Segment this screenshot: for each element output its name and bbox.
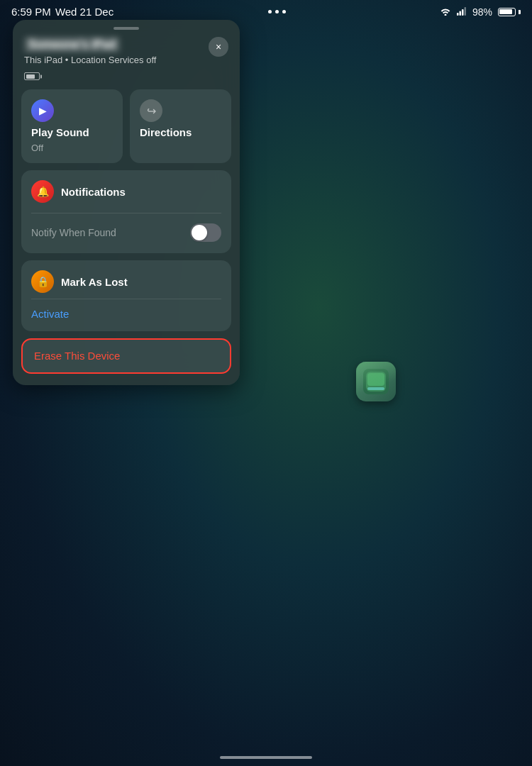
bell-icon: 🔔 <box>37 186 49 197</box>
play-sound-sublabel: Off <box>31 143 43 153</box>
mark-as-lost-header: 🔒 Mark As Lost <box>31 270 221 293</box>
battery-percent: 98% <box>472 6 492 18</box>
drag-handle <box>113 27 139 30</box>
directions-button[interactable]: ↪ Directions <box>130 89 231 163</box>
lost-divider <box>31 299 221 299</box>
mark-as-lost-label: Mark As Lost <box>61 276 128 288</box>
notifications-icon-circle: 🔔 <box>31 180 54 203</box>
dot-2 <box>275 10 279 13</box>
notify-when-found-toggle[interactable] <box>190 223 221 242</box>
status-bar: 6:59 PM Wed 21 Dec 98% <box>0 0 532 21</box>
erase-device-section: Erase This Device <box>21 338 231 374</box>
status-time-date: 6:59 PM Wed 21 Dec <box>11 6 113 18</box>
dot-3 <box>282 10 286 13</box>
svg-rect-1 <box>459 11 461 16</box>
time: 6:59 PM <box>11 6 51 18</box>
play-sound-icon-circle: ▶ <box>31 99 54 122</box>
play-icon: ▶ <box>39 105 47 116</box>
home-indicator <box>220 756 312 759</box>
device-battery-icon <box>24 72 40 80</box>
directions-label: Directions <box>140 126 192 138</box>
lock-icon-circle: 🔒 <box>31 270 54 293</box>
date: Wed 21 Dec <box>55 6 113 18</box>
erase-device-button[interactable]: Erase This Device <box>34 350 218 362</box>
notifications-divider <box>31 213 221 213</box>
status-indicators: 98% <box>440 6 521 18</box>
status-dots <box>268 10 286 13</box>
notifications-label: Notifications <box>61 186 126 198</box>
notify-when-found-label: Notify When Found <box>31 227 116 238</box>
svg-rect-2 <box>462 9 464 16</box>
svg-rect-6 <box>367 373 384 386</box>
lock-icon: 🔒 <box>37 276 49 287</box>
notify-when-found-row: Notify When Found <box>31 222 221 243</box>
svg-rect-4 <box>363 369 389 394</box>
signal-icon <box>457 6 467 18</box>
toggle-knob <box>192 225 207 240</box>
panel-header: Someone's iPad This iPad • Location Serv… <box>13 34 240 89</box>
svg-rect-0 <box>457 13 459 16</box>
directions-icon: ↪ <box>147 104 156 118</box>
erase-device-label: Erase This Device <box>34 350 120 362</box>
directions-icon-circle: ↪ <box>140 99 162 122</box>
notifications-section: 🔔 Notifications Notify When Found <box>21 170 231 253</box>
svg-rect-7 <box>367 387 384 390</box>
mark-as-lost-section: 🔒 Mark As Lost Activate <box>21 260 231 331</box>
action-buttons-row: ▶ Play Sound Off ↪ Directions <box>13 89 240 170</box>
activate-label: Activate <box>31 308 69 320</box>
svg-rect-3 <box>464 7 466 16</box>
device-name: Someone's iPad <box>24 37 120 52</box>
find-my-panel: Someone's iPad This iPad • Location Serv… <box>13 20 240 385</box>
svg-rect-5 <box>366 372 386 392</box>
play-sound-button[interactable]: ▶ Play Sound Off <box>21 89 123 163</box>
dot-1 <box>268 10 272 13</box>
activate-button[interactable]: Activate <box>31 306 69 321</box>
close-icon: × <box>216 41 221 52</box>
device-info: Someone's iPad This iPad • Location Serv… <box>24 37 209 82</box>
notifications-header: 🔔 Notifications <box>31 180 221 203</box>
battery-indicator <box>498 8 521 16</box>
close-button[interactable]: × <box>209 37 228 57</box>
play-sound-label: Play Sound <box>31 126 89 138</box>
background-app-icon <box>356 362 396 401</box>
device-subtitle: This iPad • Location Services off <box>24 55 209 65</box>
wifi-icon <box>440 6 451 18</box>
panel-handle <box>13 20 240 34</box>
